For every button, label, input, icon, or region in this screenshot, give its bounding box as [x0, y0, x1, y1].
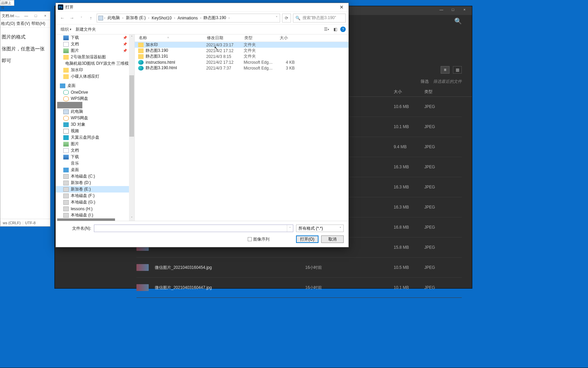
preview-pane-button[interactable]: ◧ — [331, 26, 339, 33]
col-name[interactable]: 名称^ — [135, 35, 203, 41]
help-button[interactable]: ? — [340, 27, 346, 32]
col-size[interactable]: 大小 — [271, 35, 291, 41]
menu-view[interactable]: 查看(V) — [16, 21, 30, 27]
breadcrumb[interactable]: › 此电脑› 新加卷 (E:)› KeyShot10› Animations› … — [97, 14, 280, 22]
tree-item[interactable]: WPS网盘 — [56, 95, 134, 102]
tree-scrollbar[interactable]: ˄ ˅ — [129, 34, 134, 221]
menu-help[interactable]: 帮助(H) — [31, 21, 45, 27]
cancel-button[interactable]: 取消 — [321, 235, 344, 243]
tree-item[interactable]: 电脑机箱3D图纸 DIY源文件 三维模型 机械设计参 — [56, 60, 134, 67]
file-row[interactable]: 静态图3.1912021/4/3 8:15文件夹 — [135, 53, 348, 59]
nav-up[interactable]: ↑ — [87, 14, 95, 22]
tree-item[interactable]: 桌面 — [56, 82, 134, 89]
filetype-select[interactable]: 所有格式 (*.*)˅ — [296, 225, 344, 232]
tree-item-icon — [60, 83, 65, 88]
grid-view-icon[interactable]: ▦ — [453, 66, 462, 74]
col-size[interactable]: 大小 — [394, 89, 424, 95]
search-box[interactable]: 🔍 搜索"静态图3.190" — [293, 14, 346, 22]
scroll-down-icon[interactable]: ˅ — [129, 215, 134, 221]
ps-minimize[interactable]: — — [436, 7, 447, 14]
file-row[interactable]: instructions.html2021/4/2 17:12Microsoft… — [135, 59, 348, 65]
recent-name: 微信图片_20210403160454.jpg — [155, 265, 305, 271]
tree-item-icon — [63, 109, 69, 114]
list-view-icon[interactable]: ≡ — [441, 66, 450, 74]
tree-item-label: 新加卷 (D:) — [71, 180, 91, 186]
crumb-keyshot[interactable]: KeyShot10 — [150, 16, 173, 20]
refresh-button[interactable]: ⟳ — [282, 14, 291, 22]
search-icon[interactable]: 🔍 — [454, 17, 462, 25]
tree-item-icon — [63, 135, 69, 140]
tree-item[interactable]: 加水印 — [56, 67, 134, 73]
tree-item[interactable]: 此电脑 — [56, 108, 134, 115]
tree-item[interactable]: 下载📌 — [56, 34, 134, 41]
checkbox-icon[interactable] — [248, 237, 252, 241]
pc-icon[interactable] — [98, 16, 103, 20]
tree-item[interactable]: 天翼云盘同步盘 — [56, 134, 134, 141]
tree-item[interactable] — [57, 102, 82, 108]
notepad-body[interactable]: 图片的格式 张图片，任意选一张即可 — [0, 28, 50, 70]
tree-item[interactable] — [57, 218, 115, 221]
tree-item[interactable]: 本地磁盘 (I:) — [56, 212, 134, 218]
crumb-dropdown[interactable]: ˅ — [274, 16, 280, 20]
recent-row[interactable]: 微信图片_20210403160447.jpg16小时前10.1 MBJPEG — [136, 278, 462, 298]
view-mode-button[interactable]: ☰▾ — [323, 26, 330, 33]
tree-item[interactable]: 本地磁盘 (G:) — [56, 199, 134, 205]
np-close[interactable]: × — [40, 14, 50, 18]
np-minimize[interactable]: — — [21, 14, 31, 18]
tree-item[interactable]: WPS网盘 — [56, 115, 134, 121]
nav-back[interactable]: ← — [59, 14, 66, 22]
ps-maximize[interactable]: □ — [447, 7, 459, 14]
col-type[interactable]: 类型 — [424, 89, 462, 95]
tree-item[interactable]: 新加卷 (D:) — [56, 180, 134, 186]
np-maximize[interactable]: □ — [31, 14, 40, 18]
tree-item[interactable]: 音乐 — [56, 160, 134, 167]
crumb-anim[interactable]: Animations — [176, 16, 199, 20]
tree-item[interactable]: 文档 — [56, 147, 134, 154]
col-date[interactable]: 修改日期 — [203, 35, 240, 41]
crumb-drive[interactable]: 新加卷 (E:) — [125, 15, 147, 21]
tree-item[interactable]: 本地磁盘 (F:) — [56, 193, 134, 199]
pin-icon: 📌 — [123, 49, 127, 52]
scrollbar-thumb[interactable] — [129, 75, 134, 137]
ps-close[interactable]: × — [459, 7, 470, 14]
tree-item[interactable]: OneDrive — [56, 89, 134, 95]
nav-forward[interactable]: → — [68, 14, 76, 22]
folder-tree[interactable]: 下载📌文档📌图片📌2号场景加湿器贴图电脑机箱3D图纸 DIY源文件 三维模型 机… — [56, 34, 135, 221]
tree-item-label: 本地磁盘 (C:) — [71, 173, 95, 179]
new-folder-button[interactable]: 新建文件夹 — [74, 27, 98, 32]
tree-item[interactable]: 本地磁盘 (C:) — [56, 173, 134, 180]
recent-row[interactable]: 微信图片_20210403160454.jpg16小时前10.5 MBJPEG — [136, 258, 462, 278]
filename-dropdown-icon[interactable]: ˅ — [287, 225, 293, 232]
tree-item-label: 桌面 — [67, 83, 76, 89]
image-sequence-checkbox[interactable]: 图像序列 — [248, 236, 270, 242]
tree-item[interactable]: 文档📌 — [56, 41, 134, 47]
crumb-pc[interactable]: 此电脑 — [106, 15, 121, 21]
menu-format[interactable]: 格式(O) — [1, 21, 15, 27]
organize-button[interactable]: 组织▾ — [59, 27, 74, 32]
open-button[interactable]: 打开(O) — [296, 235, 318, 243]
tree-item[interactable]: 图片 — [56, 141, 134, 147]
dialog-titlebar[interactable]: Ps 打开 ✕ — [56, 3, 348, 11]
file-rows[interactable]: 加水印2021/4/3 23:17文件夹静态图3.1902021/4/2 17:… — [135, 42, 348, 221]
dialog-close-button[interactable]: ✕ — [335, 3, 348, 11]
tree-item[interactable]: 小碟人体感应灯 — [56, 73, 134, 80]
tree-item[interactable]: lessons (H:) — [56, 205, 134, 212]
filter-input[interactable]: 筛选最近的文件 — [433, 79, 462, 84]
tree-item[interactable]: 新加卷 (E:) — [56, 186, 134, 193]
tree-item[interactable]: 桌面 — [56, 167, 134, 173]
crumb-current[interactable]: 静态图3.190 — [202, 15, 227, 21]
file-type: 文件夹 — [244, 53, 274, 59]
filename-input[interactable]: ˅ — [94, 225, 293, 232]
tree-item[interactable]: 3D 对象 — [56, 121, 134, 128]
file-row[interactable]: 静态图3.1902021/4/2 17:12文件夹 — [135, 48, 348, 53]
scroll-up-icon[interactable]: ˄ — [129, 34, 134, 40]
tree-item[interactable]: 下载 — [56, 154, 134, 160]
chevron-icon[interactable]: › — [103, 16, 106, 20]
tree-item[interactable]: 2号场景加湿器贴图 — [56, 54, 134, 60]
col-type[interactable]: 类型 — [240, 35, 271, 41]
tree-item[interactable]: 图片📌 — [56, 47, 134, 54]
file-row[interactable]: 静态图3.190.html2021/4/3 7:37Microsoft Edge… — [135, 65, 348, 71]
tree-item[interactable]: 视频 — [56, 128, 134, 134]
nav-history-dropdown[interactable]: ˅ — [78, 14, 85, 22]
file-row[interactable]: 加水印2021/4/3 23:17文件夹 — [135, 42, 348, 48]
